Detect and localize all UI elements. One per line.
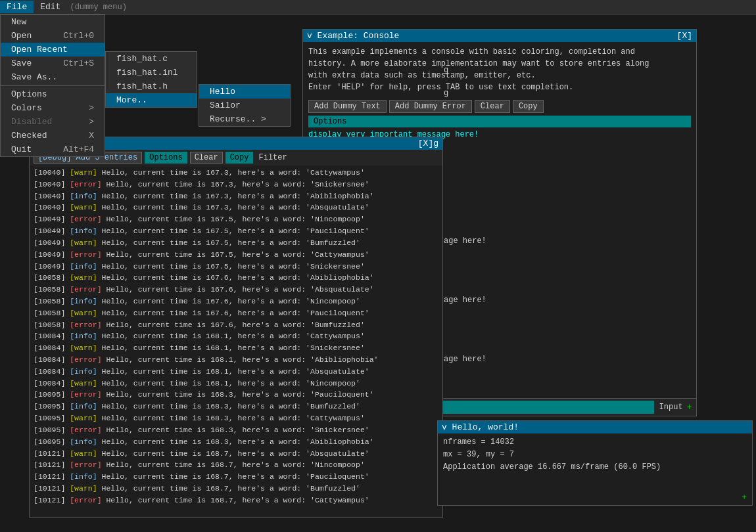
hello-plus-btn[interactable]: + (742, 493, 747, 502)
menu-item-colors[interactable]: Colors > (1, 101, 105, 115)
console-titlebar: v Example: Console [X] (303, 30, 696, 42)
hello-line1: nframes = 14032 (443, 436, 747, 449)
add-dummy-error-btn[interactable]: Add Dummy Error (389, 100, 472, 113)
add-dummy-text-btn[interactable]: Add Dummy Text (308, 100, 387, 113)
log-entry: [10095] [warn] Hello, current time is 16… (34, 412, 438, 424)
hello-world-window: v Hello, world! nframes = 14032 mx = 39,… (437, 420, 753, 506)
hello-line2: mx = 39, my = 7 (443, 449, 747, 461)
log-entry: [10049] [error] Hello, current time is 1… (34, 249, 438, 261)
log-window: v Example: Log [X]g [Debug] Add 5 entrie… (29, 137, 443, 518)
log-entry: [10095] [info] Hello, current time is 16… (34, 436, 438, 448)
float-age1: age here! (444, 236, 486, 246)
log-entry: [10049] [info] Hello, current time is 16… (34, 261, 438, 273)
log-body: [10040] [warn] Hello, current time is 16… (30, 166, 442, 506)
input-plus-btn[interactable]: + (687, 402, 692, 412)
log-entry: [10095] [error] Hello, current time is 1… (34, 424, 438, 436)
console-options-bar: Options (308, 116, 691, 127)
log-entry: [10084] [info] Hello, current time is 16… (34, 366, 438, 378)
hello-body: nframes = 14032 mx = 39, my = 7 Applicat… (438, 433, 752, 477)
menu-item-options[interactable]: Options (1, 87, 105, 101)
log-entry: [10058] [info] Hello, current time is 16… (34, 296, 438, 307)
log-entry: [10095] [error] Hello, current time is 1… (34, 389, 438, 401)
divider-1 (1, 85, 105, 86)
float-g2: g (444, 89, 448, 98)
more-hello[interactable]: Hello (199, 85, 290, 99)
float-age3: age here! (444, 355, 486, 364)
menu-item-open-recent[interactable]: Open Recent (1, 43, 105, 56)
console-title: v Example: Console (307, 31, 399, 41)
log-entry: [10058] [warn] Hello, current time is 16… (34, 307, 438, 319)
log-entry: [10049] [error] Hello, current time is 1… (34, 213, 438, 225)
menu-item-save-as[interactable]: Save As.. (1, 70, 105, 84)
log-entry: [10049] [warn] Hello, current time is 16… (34, 237, 438, 249)
menu-item-quit[interactable]: Quit Alt+F4 (1, 143, 105, 156)
log-entry: [10121] [warn] Hello, current time is 16… (34, 483, 438, 495)
log-entry: [10095] [info] Hello, current time is 16… (34, 401, 438, 412)
log-clear-btn[interactable]: Clear (190, 152, 223, 164)
log-entry: [10121] [warn] Hello, current time is 16… (34, 448, 438, 460)
log-copy-btn[interactable]: Copy (225, 152, 254, 164)
menu-item-disabled: Disabled > (1, 115, 105, 129)
file-dropdown: New Open Ctrl+0 Open Recent Save Ctrl+S … (0, 14, 105, 157)
float-g1: g (444, 66, 448, 75)
menu-item-open[interactable]: Open Ctrl+0 (1, 29, 105, 43)
float-age2: age here! (444, 296, 486, 305)
recent-fish-hat-h[interactable]: fish_hat.h (106, 79, 197, 93)
console-close-btn[interactable]: [X] (677, 31, 692, 41)
menu-edit[interactable]: Edit (34, 1, 67, 13)
log-entry: [10058] [warn] Hello, current time is 16… (34, 272, 438, 284)
hello-titlebar: v Hello, world! (438, 421, 752, 433)
console-desc-line2: history. A more elaborate implementation… (308, 58, 691, 70)
recent-fish-hat-inl[interactable]: fish_hat.inl (106, 66, 197, 79)
log-entry: [10058] [error] Hello, current time is 1… (34, 319, 438, 331)
log-filter-label: Filter (258, 153, 287, 162)
log-entry: [10084] [warn] Hello, current time is 16… (34, 342, 438, 354)
log-entry: [10121] [error] Hello, current time is 1… (34, 495, 438, 506)
log-entry: [10121] [info] Hello, current time is 16… (34, 471, 438, 483)
hello-line3: Application average 16.667 ms/frame (60.… (443, 461, 747, 474)
more-sailor[interactable]: Sailor (199, 99, 290, 112)
log-entry: [10084] [warn] Hello, current time is 16… (34, 378, 438, 389)
console-desc-line4: Enter 'HELP' for help, press TAB to use … (308, 81, 691, 93)
console-desc-line1: This example implements a console with b… (308, 46, 691, 58)
log-entry: [10040] [warn] Hello, current time is 16… (34, 202, 438, 213)
log-entry: [10040] [warn] Hello, current time is 16… (34, 167, 438, 179)
console-desc-line3: with extra data such as timestamp, emitt… (308, 70, 691, 81)
clear-btn[interactable]: Clear (475, 100, 510, 113)
dummy-menu-label: (dummy menu) (67, 3, 126, 12)
open-recent-submenu: fish_hat.c fish_hat.inl fish_hat.h More.… (105, 51, 197, 108)
menubar: File Edit (dummy menu) (0, 0, 756, 14)
input-label: Input (659, 403, 683, 412)
more-recurse[interactable]: Recurse.. > (199, 112, 290, 126)
recent-more[interactable]: More.. (106, 93, 197, 107)
menu-item-save[interactable]: Save Ctrl+S (1, 56, 105, 70)
copy-btn[interactable]: Copy (513, 100, 544, 113)
console-button-bar: Add Dummy Text Add Dummy Error Clear Cop… (303, 97, 696, 116)
log-close-btn[interactable]: [X]g (418, 139, 438, 148)
log-entry: [10084] [info] Hello, current time is 16… (34, 330, 438, 342)
log-entry: [10058] [error] Hello, current time is 1… (34, 284, 438, 296)
log-entry: [10040] [info] Hello, current time is 16… (34, 190, 438, 202)
hello-title: v Hello, world! (442, 422, 519, 432)
menu-item-checked[interactable]: Checked X (1, 129, 105, 143)
log-entry: [10049] [info] Hello, current time is 16… (34, 225, 438, 237)
log-entry: [10040] [error] Hello, current time is 1… (34, 179, 438, 190)
more-submenu: Hello Sailor Recurse.. > (199, 84, 291, 127)
recent-fish-hat-c[interactable]: fish_hat.c (106, 52, 197, 66)
log-entry: [10121] [error] Hello, current time is 1… (34, 459, 438, 471)
log-entry: [10084] [error] Hello, current time is 1… (34, 354, 438, 366)
menu-item-new[interactable]: New (1, 15, 105, 29)
log-options-btn[interactable]: Options (145, 152, 187, 164)
menu-file[interactable]: File (0, 1, 34, 13)
console-description: This example implements a console with b… (303, 42, 696, 97)
